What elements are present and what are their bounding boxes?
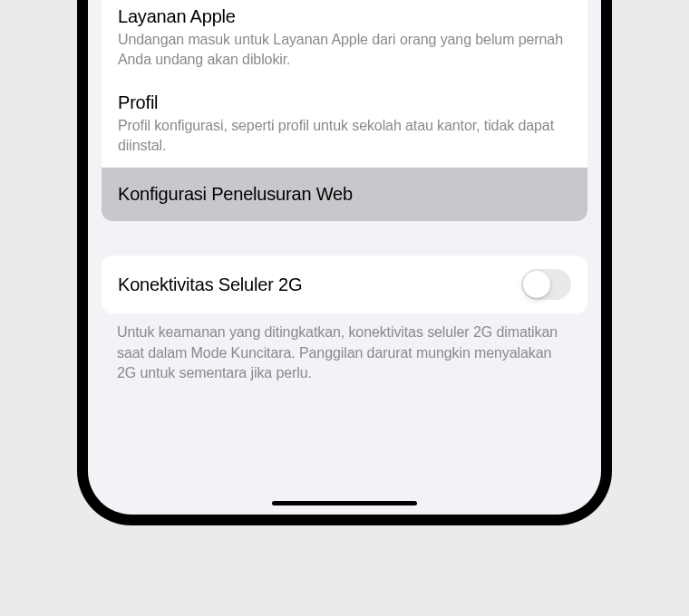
phone-screen: Layanan Apple Undangan masuk untuk Layan…	[88, 0, 601, 515]
settings-section-2: Konektivitas Seluler 2G	[102, 255, 587, 313]
cellular-2g-row: Konektivitas Seluler 2G	[102, 255, 587, 313]
footer-description: Untuk keamanan yang ditingkatkan, konekt…	[117, 322, 572, 383]
web-browsing-config-row[interactable]: Konfigurasi Penelusuran Web	[102, 168, 587, 221]
setting-item-apple-services: Layanan Apple Undangan masuk untuk Layan…	[102, 0, 587, 82]
setting-item-profile: Profil Profil konfigurasi, seperti profi…	[102, 82, 587, 168]
setting-item-title: Layanan Apple	[118, 6, 571, 27]
chevron-right-icon	[562, 186, 571, 204]
home-indicator[interactable]	[272, 501, 417, 505]
toggle-knob	[523, 271, 550, 298]
setting-item-title: Profil	[118, 92, 571, 113]
settings-section-1: Layanan Apple Undangan masuk untuk Layan…	[102, 0, 587, 221]
phone-frame: Layanan Apple Undangan masuk untuk Layan…	[77, 0, 612, 525]
cellular-2g-toggle[interactable]	[521, 269, 571, 300]
setting-item-desc: Profil konfigurasi, seperti profil untuk…	[118, 116, 571, 155]
nav-row-title: Konfigurasi Penelusuran Web	[118, 184, 353, 205]
toggle-title: Konektivitas Seluler 2G	[118, 274, 302, 295]
setting-item-desc: Undangan masuk untuk Layanan Apple dari …	[118, 30, 571, 69]
